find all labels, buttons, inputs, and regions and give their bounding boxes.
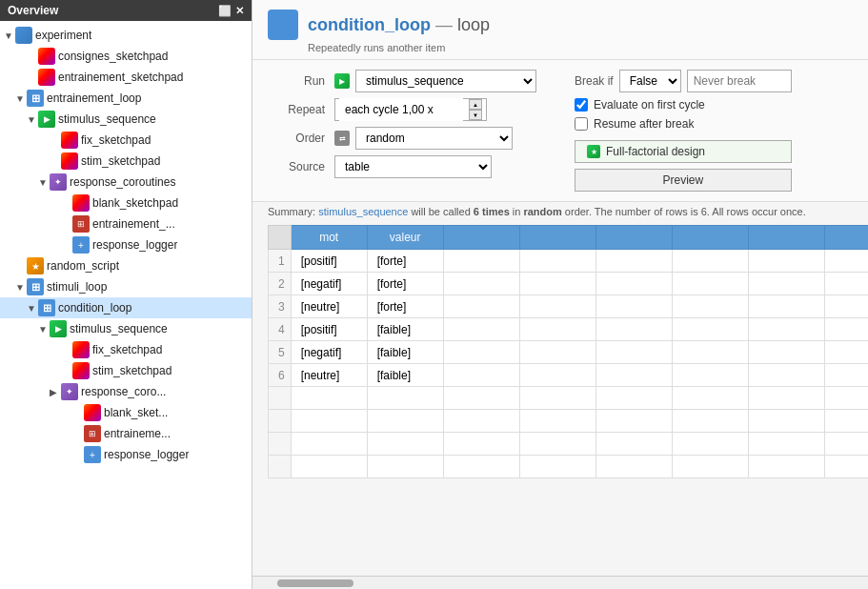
cell-empty[interactable] [748,410,824,433]
cell-empty[interactable] [291,410,367,433]
sidebar-item-blank-sketchpad-2[interactable]: blank_sket... [0,402,252,423]
cell-empty[interactable] [748,364,824,387]
cell-empty[interactable] [291,433,367,456]
cell-empty[interactable] [748,295,824,318]
cell-mot[interactable]: [neutre] [291,364,367,387]
cell-empty[interactable] [367,433,443,456]
cell-empty[interactable] [443,364,519,387]
cell-empty[interactable] [443,433,519,456]
cell-valeur[interactable]: [faible] [367,364,443,387]
cell-empty[interactable] [748,318,824,341]
cell-empty[interactable] [824,410,868,433]
sidebar-item-stimulus-sequence-2[interactable]: ▼ ▶ stimulus_sequence [0,318,252,339]
cell-empty[interactable] [291,387,367,410]
sidebar-item-response-coro-2[interactable]: ▶ ✦ response_coro... [0,381,252,402]
cell-empty[interactable] [443,250,519,273]
preview-button[interactable]: Preview [575,169,792,192]
cell-empty[interactable] [672,250,748,273]
cell-empty[interactable] [519,250,595,273]
cell-empty[interactable] [672,341,748,364]
cell-empty[interactable] [519,341,595,364]
resume-checkbox[interactable] [575,117,588,131]
cell-empty[interactable] [519,456,595,478]
cell-empty[interactable] [367,410,443,433]
cell-empty[interactable] [595,273,672,295]
cell-empty[interactable] [595,364,672,387]
cell-empty[interactable] [824,433,868,456]
cell-valeur[interactable]: [forte] [367,295,443,318]
sidebar-item-entrainement-loop[interactable]: ▼ ⊞ entrainement_loop [0,88,252,109]
break-if-select[interactable]: False [619,70,681,92]
cell-empty[interactable] [748,273,824,295]
cell-empty[interactable] [824,273,868,295]
order-select[interactable]: random [355,127,513,150]
cell-empty[interactable] [824,318,868,341]
cell-mot[interactable]: [negatif] [291,273,367,295]
cell-empty[interactable] [595,387,672,410]
run-select[interactable]: stimulus_sequence [355,70,536,92]
cell-empty[interactable] [443,318,519,341]
cell-mot[interactable]: [neutre] [291,295,367,318]
sidebar-item-fix-sketchpad-2[interactable]: fix_sketchpad [0,339,252,360]
cell-empty[interactable] [443,456,519,478]
cell-empty[interactable] [367,387,443,410]
cell-empty[interactable] [443,273,519,295]
cell-empty[interactable] [519,410,595,433]
sidebar-item-response-coroutines[interactable]: ▼ ✦ response_coroutines [0,172,252,193]
cell-empty[interactable] [748,433,824,456]
cell-empty[interactable] [824,250,868,273]
cell-empty[interactable] [672,318,748,341]
cell-empty[interactable] [824,341,868,364]
cell-empty[interactable] [595,433,672,456]
cell-empty[interactable] [595,318,672,341]
sidebar-item-random-script[interactable]: ★ random_script [0,255,252,276]
cell-empty[interactable] [443,387,519,410]
cell-empty[interactable] [595,456,672,478]
cell-empty[interactable] [443,295,519,318]
break-if-input[interactable] [687,70,792,92]
sidebar-item-consignes-sketchpad[interactable]: consignes_sketchpad [0,46,252,67]
cell-empty[interactable] [748,387,824,410]
sidebar-item-stim-sketchpad-2[interactable]: stim_sketchpad [0,360,252,381]
cell-empty[interactable] [519,433,595,456]
cell-empty[interactable] [672,273,748,295]
spin-up[interactable]: ▲ [469,99,482,110]
sidebar-item-stimuli-loop[interactable]: ▼ ⊞ stimuli_loop [0,276,252,297]
cell-empty[interactable] [672,433,748,456]
cell-empty[interactable] [519,387,595,410]
close-icon[interactable]: ✕ [235,5,244,17]
cell-empty[interactable] [824,387,868,410]
cell-empty[interactable] [519,364,595,387]
sidebar-item-stim-sketchpad-1[interactable]: stim_sketchpad [0,151,252,172]
cell-empty[interactable] [672,410,748,433]
cell-valeur[interactable]: [faible] [367,341,443,364]
sidebar-item-fix-sketchpad-1[interactable]: fix_sketchpad [0,130,252,151]
cell-empty[interactable] [824,295,868,318]
cell-empty[interactable] [595,295,672,318]
spin-down[interactable]: ▼ [469,110,482,120]
sidebar-item-experiment[interactable]: ▼ experiment [0,25,252,46]
evaluate-checkbox[interactable] [575,98,588,112]
cell-empty[interactable] [519,295,595,318]
cell-empty[interactable] [748,250,824,273]
cell-empty[interactable] [367,456,443,478]
cell-empty[interactable] [595,410,672,433]
cell-empty[interactable] [672,364,748,387]
cell-empty[interactable] [291,456,367,478]
cell-empty[interactable] [443,341,519,364]
cell-empty[interactable] [748,456,824,478]
cell-empty[interactable] [672,456,748,478]
cell-valeur[interactable]: [faible] [367,318,443,341]
full-factorial-button[interactable]: ★ Full-factorial design [575,140,792,163]
source-select[interactable]: table [334,155,492,178]
cell-mot[interactable]: [negatif] [291,341,367,364]
cell-empty[interactable] [519,273,595,295]
sidebar-item-stimulus-sequence-1[interactable]: ▼ ▶ stimulus_sequence [0,109,252,130]
sidebar-item-response-logger-1[interactable]: + response_logger [0,234,252,255]
sidebar-item-entrainement-2[interactable]: ⊞ entrainement_... [0,213,252,234]
cell-empty[interactable] [672,387,748,410]
cell-valeur[interactable]: [forte] [367,273,443,295]
cell-empty[interactable] [443,410,519,433]
cell-empty[interactable] [672,295,748,318]
horizontal-scrollbar[interactable] [252,576,868,589]
